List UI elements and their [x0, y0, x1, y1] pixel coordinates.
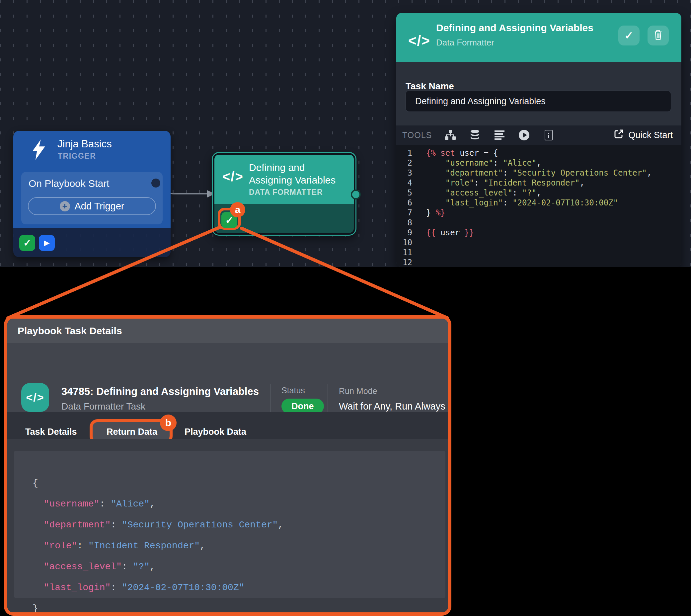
run-mode-value: Wait for Any, Run Always — [339, 401, 445, 412]
check-icon: ✓ — [23, 238, 31, 248]
info-doc-icon[interactable] — [543, 129, 555, 141]
run-mode-label: Run Mode — [339, 386, 377, 396]
playbook-editor-page: Jinja Basics TRIGGER On Playbook Start +… — [0, 0, 691, 616]
trigger-node-header: Jinja Basics TRIGGER On Playbook Start +… — [13, 131, 171, 228]
modal-header: Playbook Task Details — [7, 318, 448, 343]
code-icon: </> — [408, 33, 430, 49]
trigger-node-footer: ✓ ▶ — [13, 228, 171, 257]
task-config-panel: </> Defining and Assigning Variables Dat… — [396, 13, 682, 267]
trash-icon — [653, 29, 663, 42]
panel-title: Defining and Assigning Variables — [436, 22, 594, 34]
text-lines-icon[interactable] — [493, 129, 506, 141]
play-icon: ▶ — [44, 239, 50, 247]
task-name-input[interactable] — [406, 91, 671, 112]
trigger-node[interactable]: Jinja Basics TRIGGER On Playbook Start +… — [13, 131, 171, 257]
annotation-badge-b: b — [160, 415, 177, 431]
quick-start-button[interactable]: Quick Start — [614, 129, 673, 141]
lightning-bolt-icon — [32, 139, 46, 161]
tab-playbook-data[interactable]: Playbook Data — [184, 427, 246, 437]
trigger-item-card[interactable]: On Playbook Start + Add Trigger — [21, 172, 163, 224]
database-icon[interactable] — [469, 129, 481, 141]
plus-icon: + — [60, 201, 70, 212]
run-button[interactable]: ▶ — [39, 235, 55, 251]
formatter-node-type: DATA FORMATTER — [249, 188, 323, 197]
task-name-label: Task Name — [406, 81, 454, 92]
editor-toolbar: TOOLS — [396, 126, 682, 145]
external-link-icon — [614, 129, 624, 141]
trigger-output-port[interactable] — [151, 179, 160, 188]
task-title: 34785: Defining and Assigning Variables — [61, 386, 259, 398]
task-summary-section: </> 34785: Defining and Assigning Variab… — [7, 343, 448, 412]
panel-subtitle: Data Formatter — [436, 38, 494, 48]
code-icon: </> — [222, 169, 244, 184]
formatter-node-title: Defining and Assigning Variables — [249, 161, 349, 186]
playbook-task-details-modal: Playbook Task Details </> 34785: Definin… — [4, 315, 451, 616]
delete-task-button[interactable] — [648, 26, 669, 45]
status-label: Status — [282, 386, 305, 395]
modal-tab-bar: Task Details Return Data Playbook Data b — [7, 412, 448, 439]
save-task-button[interactable]: ✓ — [618, 26, 640, 45]
modal-title: Playbook Task Details — [18, 318, 122, 343]
validate-button[interactable]: ✓ — [19, 235, 35, 251]
jinja-code-editor[interactable]: 1{% set user = {2 "username": "Alice",3 … — [396, 145, 682, 267]
sitemap-icon[interactable] — [444, 129, 456, 141]
divider — [270, 384, 270, 415]
tab-task-details[interactable]: Task Details — [25, 427, 77, 437]
quick-start-label: Quick Start — [628, 130, 673, 140]
return-data-panel: { "username": "Alice", "department": "Se… — [7, 439, 448, 612]
formatter-output-port[interactable] — [351, 190, 361, 199]
play-circle-icon[interactable] — [518, 129, 530, 141]
panel-header: </> Defining and Assigning Variables Dat… — [396, 13, 682, 62]
tools-label: TOOLS — [402, 130, 432, 140]
trigger-node-title: Jinja Basics — [58, 138, 112, 150]
add-trigger-label: Add Trigger — [75, 201, 125, 212]
trigger-node-type: TRIGGER — [58, 152, 96, 161]
task-subtitle: Data Formatter Task — [61, 401, 146, 412]
check-icon: ✓ — [225, 214, 233, 226]
divider — [328, 384, 328, 415]
return-data-json: { "username": "Alice", "department": "Se… — [14, 451, 445, 598]
tab-return-data[interactable]: Return Data — [107, 427, 157, 437]
code-icon: </> — [21, 383, 49, 412]
add-trigger-button[interactable]: + Add Trigger — [28, 197, 156, 215]
check-icon: ✓ — [625, 29, 633, 42]
trigger-item-label: On Playbook Start — [28, 178, 109, 189]
data-formatter-node-header: </> Defining and Assigning Variables DAT… — [215, 155, 354, 204]
annotation-badge-a: a — [230, 202, 245, 217]
